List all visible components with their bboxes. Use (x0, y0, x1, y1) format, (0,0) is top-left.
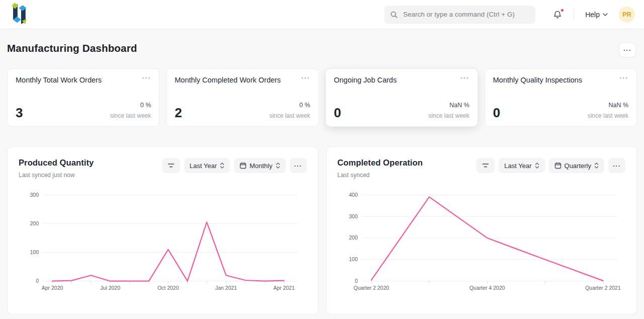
svg-text:Quarter 2 2021: Quarter 2 2021 (585, 285, 621, 291)
timespan-label: Last Year (190, 162, 217, 170)
chart-menu-button[interactable]: ··· (608, 158, 625, 173)
sort-updown-icon (535, 162, 539, 169)
filter-icon (167, 163, 175, 169)
help-label: Help (585, 11, 600, 19)
user-avatar[interactable]: PR (619, 7, 635, 23)
card-title: Monthly Completed Work Orders (175, 76, 281, 84)
sort-updown-icon (594, 162, 599, 169)
number-card-quality-inspections: Monthly Quality Inspections ··· 0 NaN % … (485, 68, 637, 127)
svg-text:100: 100 (349, 256, 358, 262)
svg-text:300: 300 (30, 192, 39, 198)
filter-icon (481, 163, 490, 169)
timespan-label: Last Year (504, 162, 531, 170)
card-value: 0 (493, 106, 500, 119)
charts-row: Produced Quantity Last synced just now L… (7, 146, 637, 314)
svg-text:Jan 2021: Jan 2021 (215, 285, 237, 291)
svg-text:Quarter 4 2020: Quarter 4 2020 (469, 285, 505, 291)
search-input[interactable] (402, 10, 530, 19)
svg-text:Apr 2020: Apr 2020 (42, 285, 63, 291)
svg-text:100: 100 (30, 249, 39, 255)
search-icon (390, 11, 398, 19)
number-card-total-work-orders: Monthly Total Work Orders ··· 3 0 % sinc… (7, 68, 159, 127)
card-change: NaN % (588, 102, 628, 109)
chart-card-completed-operation: Completed Operation Last synced Last Yea… (326, 146, 637, 314)
navbar: Help PR (0, 0, 644, 29)
card-title: Monthly Quality Inspections (493, 76, 582, 84)
interval-label: Monthly (250, 162, 273, 170)
chart-subtitle: Last synced just now (19, 172, 94, 179)
chart-title: Produced Quantity (19, 158, 94, 168)
notifications-button[interactable] (550, 8, 565, 22)
number-cards-row: Monthly Total Work Orders ··· 3 0 % sinc… (7, 68, 637, 127)
svg-text:200: 200 (30, 220, 39, 226)
svg-text:Quarter 2 2020: Quarter 2 2020 (353, 285, 389, 291)
logo-icon (7, 2, 27, 27)
card-caption: since last week (110, 112, 151, 119)
card-menu-button[interactable]: ··· (620, 76, 629, 80)
filter-button[interactable] (162, 158, 180, 173)
timespan-select[interactable]: Last Year (184, 158, 230, 173)
chart-title: Completed Operation (338, 158, 423, 168)
chart-menu-button[interactable]: ··· (290, 158, 307, 173)
line-chart-completed-operation: 0100200300400Quarter 2 2020Quarter 4 202… (338, 187, 626, 297)
svg-text:0: 0 (36, 278, 39, 284)
timespan-select[interactable]: Last Year (499, 158, 544, 173)
calendar-icon (554, 162, 561, 169)
svg-text:300: 300 (349, 213, 358, 219)
sort-updown-icon (220, 162, 224, 169)
card-change: 0 % (110, 102, 151, 109)
svg-text:Oct 2020: Oct 2020 (157, 285, 179, 291)
interval-select[interactable]: Quarterly (549, 158, 604, 173)
app-logo[interactable] (7, 2, 27, 27)
filter-button[interactable] (476, 158, 495, 173)
card-change: NaN % (428, 102, 469, 109)
nav-divider (574, 9, 574, 20)
notification-dot (560, 9, 564, 12)
card-title: Ongoing Job Cards (334, 76, 397, 84)
svg-text:200: 200 (349, 234, 358, 241)
card-menu-button[interactable]: ··· (142, 76, 151, 80)
svg-text:0: 0 (355, 278, 358, 284)
svg-text:400: 400 (349, 192, 358, 198)
page-title: Manufacturing Dashboard (7, 42, 137, 54)
interval-label: Quarterly (565, 162, 591, 170)
card-change: 0 % (269, 102, 310, 109)
svg-text:Apr 2021: Apr 2021 (273, 285, 295, 291)
chart-card-produced-quantity: Produced Quantity Last synced just now L… (7, 146, 318, 314)
page-header: Manufacturing Dashboard ··· (0, 29, 644, 57)
help-menu[interactable]: Help (582, 10, 611, 19)
page-menu-button[interactable]: ··· (619, 42, 636, 57)
svg-text:Jul 2020: Jul 2020 (100, 285, 120, 291)
card-caption: since last week (269, 112, 310, 119)
card-caption: since last week (428, 112, 469, 119)
number-card-completed-work-orders: Monthly Completed Work Orders ··· 2 0 % … (166, 68, 318, 127)
card-value: 3 (16, 106, 23, 119)
card-menu-button[interactable]: ··· (301, 76, 310, 80)
chart-subtitle: Last synced (338, 172, 423, 179)
card-value: 2 (175, 106, 182, 119)
calendar-icon (239, 162, 247, 169)
card-menu-button[interactable]: ··· (460, 76, 469, 80)
card-title: Monthly Total Work Orders (16, 76, 102, 84)
card-caption: since last week (588, 112, 628, 119)
number-card-ongoing-job-cards: Ongoing Job Cards ··· 0 NaN % since last… (326, 68, 478, 127)
chevron-down-icon (603, 13, 608, 16)
interval-select[interactable]: Monthly (234, 158, 286, 173)
line-chart-produced-quantity: 0100200300Apr 2020Jul 2020Oct 2020Jan 20… (19, 187, 307, 297)
card-value: 0 (334, 106, 341, 119)
sort-updown-icon (276, 162, 280, 169)
global-search (384, 6, 535, 24)
